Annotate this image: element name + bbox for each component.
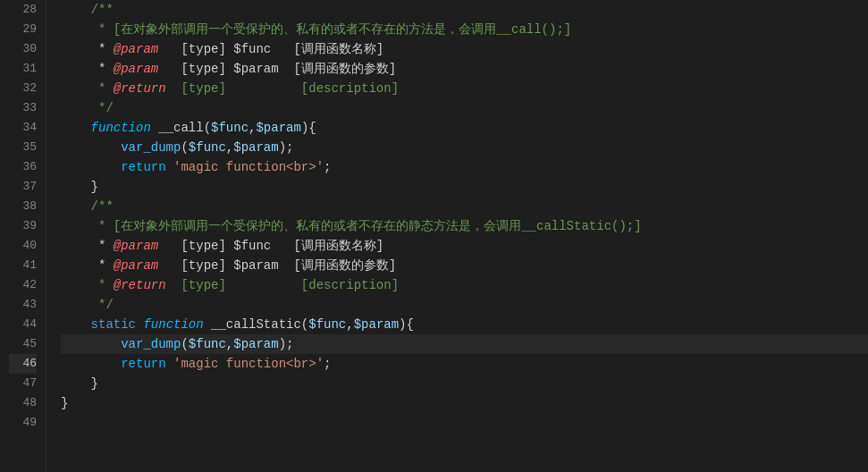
code-line: var_dump($func,$param);: [61, 334, 868, 354]
line-number: 32: [9, 79, 37, 98]
code-line: */: [61, 295, 868, 315]
code-line: }: [61, 177, 868, 197]
line-number: 44: [9, 315, 37, 334]
line-number: 46: [9, 354, 37, 374]
code-content: /** * [在对象外部调用一个受保护的、私有的或者不存在的方法是，会调用__c…: [46, 0, 868, 472]
code-line: }: [61, 393, 868, 413]
line-number: 47: [9, 374, 37, 393]
line-number: 40: [9, 236, 37, 256]
line-number: 45: [9, 334, 37, 354]
line-number: 43: [9, 295, 37, 315]
code-editor: 2829303132333435363738394041424344454647…: [0, 0, 868, 472]
code-line: * @return [type] [description]: [61, 79, 868, 98]
code-line: * [在对象外部调用一个受保护的、私有的或者不存在的方法是，会调用__call(…: [61, 20, 868, 39]
line-number: 34: [9, 118, 37, 138]
code-line: static function __callStatic($func,$para…: [61, 315, 868, 334]
line-number: 42: [9, 275, 37, 295]
line-number: 48: [9, 393, 37, 413]
code-line: * @return [type] [description]: [61, 275, 868, 295]
line-number: 39: [9, 216, 37, 236]
code-line: * @param [type] $param [调用函数的参数]: [61, 256, 868, 275]
code-line: * @param [type] $func [调用函数名称]: [61, 39, 868, 59]
code-line: /**: [61, 197, 868, 216]
line-number: 38: [9, 197, 37, 216]
code-line: */: [61, 98, 868, 118]
line-number: 30: [9, 39, 37, 59]
line-number: 37: [9, 177, 37, 197]
code-line: return 'magic function<br>';: [61, 354, 868, 374]
line-number: 33: [9, 98, 37, 118]
code-line: return 'magic function<br>';: [61, 157, 868, 177]
line-number: 49: [9, 413, 37, 433]
line-number: 35: [9, 138, 37, 157]
code-line: }: [61, 374, 868, 393]
line-number: 41: [9, 256, 37, 275]
code-line: * @param [type] $func [调用函数名称]: [61, 236, 868, 256]
line-number: 36: [9, 157, 37, 177]
line-number: 28: [9, 0, 37, 20]
line-number: 31: [9, 59, 37, 79]
line-number: 29: [9, 20, 37, 39]
line-numbers: 2829303132333435363738394041424344454647…: [0, 0, 46, 472]
code-line: * @param [type] $param [调用函数的参数]: [61, 59, 868, 79]
code-line: /**: [61, 0, 868, 20]
code-line: var_dump($func,$param);: [61, 138, 868, 157]
code-line: * [在对象外部调用一个受保护的、私有的或者不存在的静态方法是，会调用__cal…: [61, 216, 868, 236]
code-line: function __call($func,$param){: [61, 118, 868, 138]
